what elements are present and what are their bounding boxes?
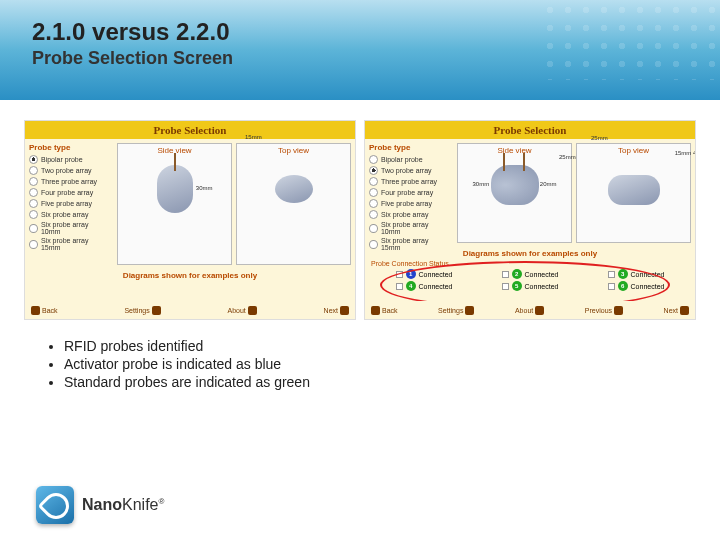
probe-status: 1Connected — [396, 269, 453, 279]
side-view-box: Side view 30mm 20mm — [457, 143, 572, 243]
bullet-item: RFID probes identified — [64, 338, 696, 354]
next-button[interactable]: Next — [324, 303, 349, 317]
diagrams-note: Diagrams shown for examples only — [25, 271, 355, 280]
side-view-box: Side view 30mm — [117, 143, 232, 265]
probe-dot: 5 — [512, 281, 522, 291]
lesion-side-graphic: 30mm — [157, 165, 193, 213]
lesion-top-graphic: 15mm — [275, 175, 313, 203]
brand-logo: NanoKnife® — [36, 486, 164, 524]
next-button[interactable]: Next — [664, 303, 689, 317]
probe-dot: 4 — [406, 281, 416, 291]
probe-option-radio[interactable]: Bipolar probe — [369, 155, 449, 164]
about-button[interactable]: About — [227, 303, 256, 317]
probe-dot: 3 — [618, 269, 628, 279]
gear-icon — [152, 306, 161, 315]
info-icon — [248, 306, 257, 315]
brand-text: NanoKnife® — [82, 496, 164, 514]
probe-option-radio[interactable]: Two probe array — [369, 166, 449, 175]
bullet-item: Activator probe is indicated as blue — [64, 356, 696, 372]
back-button[interactable]: Back — [31, 303, 58, 317]
probe-status: 4Connected — [396, 281, 453, 291]
screen-title: Probe Selection — [25, 121, 355, 139]
probe-option-radio[interactable]: Six probe array 15mm — [369, 237, 449, 251]
probe-option-radio[interactable]: Three probe array — [369, 177, 449, 186]
checkbox-icon — [396, 271, 403, 278]
previous-button[interactable]: Previous — [585, 303, 623, 317]
probe-status: 3Connected — [608, 269, 665, 279]
connection-status-panel: Probe Connection Status 1Connected2Conne… — [365, 258, 695, 295]
next-icon — [680, 306, 689, 315]
slide-subtitle: Probe Selection Screen — [32, 48, 688, 69]
bullet-list: RFID probes identified Activator probe i… — [24, 338, 696, 390]
probe-type-panel: Probe type Bipolar probeTwo probe arrayT… — [25, 139, 113, 269]
screen-footer: Back Settings About Next — [25, 301, 355, 319]
prev-icon — [614, 306, 623, 315]
slide-header: 2.1.0 versus 2.2.0 Probe Selection Scree… — [0, 0, 720, 100]
lesion-side-graphic: 30mm 20mm — [491, 165, 539, 205]
screen-title: Probe Selection — [365, 121, 695, 139]
probe-option-radio[interactable]: Five probe array — [29, 199, 109, 208]
settings-button[interactable]: Settings — [438, 303, 474, 317]
top-view-label: Top view — [278, 146, 309, 155]
probe-option-radio[interactable]: Two probe array — [29, 166, 109, 175]
nanoknife-icon — [36, 486, 74, 524]
top-view-box: Top view 25mm 25mm 15mm 4PLCS — [576, 143, 691, 243]
probe-option-radio[interactable]: Six probe array 10mm — [29, 221, 109, 235]
checkbox-icon — [608, 271, 615, 278]
checkbox-icon — [502, 271, 509, 278]
probe-status: 2Connected — [502, 269, 559, 279]
slide-content: Probe Selection Probe type Bipolar probe… — [0, 100, 720, 412]
probe-option-radio[interactable]: Bipolar probe — [29, 155, 109, 164]
probe-type-panel: Probe type Bipolar probeTwo probe arrayT… — [365, 139, 453, 247]
about-button[interactable]: About — [515, 303, 544, 317]
checkbox-icon — [502, 283, 509, 290]
next-icon — [340, 306, 349, 315]
back-icon — [371, 306, 380, 315]
probe-option-radio[interactable]: Six probe array — [29, 210, 109, 219]
probe-option-radio[interactable]: Six probe array 15mm — [29, 237, 109, 251]
checkbox-icon — [608, 283, 615, 290]
checkbox-icon — [396, 283, 403, 290]
lesion-top-graphic: 25mm 25mm 15mm 4PLCS — [608, 175, 660, 205]
back-icon — [31, 306, 40, 315]
dim-label: 30mm — [196, 185, 213, 191]
screenshot-v220: Probe Selection Probe type Bipolar probe… — [364, 120, 696, 320]
probe-dot: 6 — [618, 281, 628, 291]
probe-type-label: Probe type — [369, 143, 449, 152]
probe-option-radio[interactable]: Six probe array 10mm — [369, 221, 449, 235]
slide-title: 2.1.0 versus 2.2.0 — [32, 18, 688, 46]
back-button[interactable]: Back — [371, 303, 398, 317]
top-view-label: Top view — [618, 146, 649, 155]
probe-option-radio[interactable]: Five probe array — [369, 199, 449, 208]
connection-header: Probe Connection Status — [371, 260, 689, 267]
gear-icon — [465, 306, 474, 315]
top-view-box: Top view 15mm — [236, 143, 351, 265]
probe-dot: 2 — [512, 269, 522, 279]
probe-option-radio[interactable]: Four probe array — [29, 188, 109, 197]
probe-status: 6Connected — [608, 281, 665, 291]
settings-button[interactable]: Settings — [124, 303, 160, 317]
screenshot-v210: Probe Selection Probe type Bipolar probe… — [24, 120, 356, 320]
screen-footer: Back Settings About Previous Next — [365, 301, 695, 319]
screenshots-row: Probe Selection Probe type Bipolar probe… — [24, 120, 696, 320]
probe-option-radio[interactable]: Six probe array — [369, 210, 449, 219]
dim-label: 15mm — [245, 134, 262, 140]
probe-option-radio[interactable]: Three probe array — [29, 177, 109, 186]
probe-type-label: Probe type — [29, 143, 109, 152]
bullet-item: Standard probes are indicated as green — [64, 374, 696, 390]
probe-option-radio[interactable]: Four probe array — [369, 188, 449, 197]
probe-status: 5Connected — [502, 281, 559, 291]
info-icon — [535, 306, 544, 315]
probe-dot: 1 — [406, 269, 416, 279]
